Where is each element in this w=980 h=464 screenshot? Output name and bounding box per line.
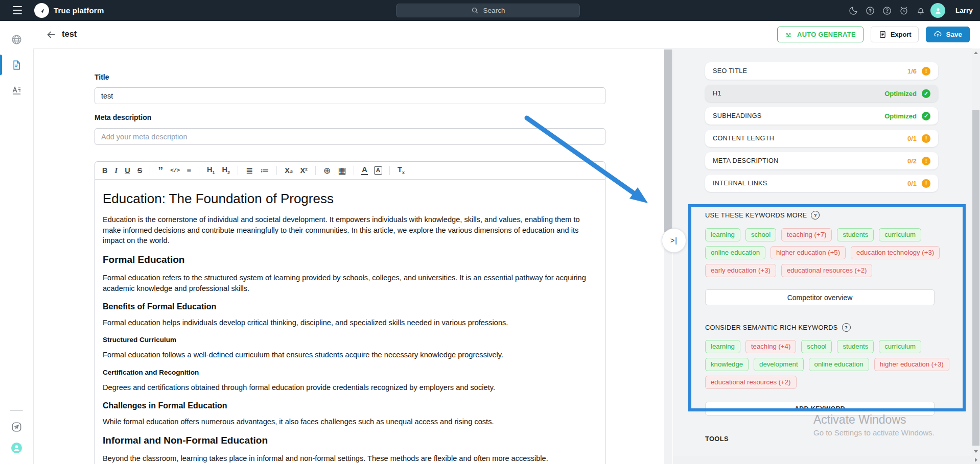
menu-icon[interactable] <box>13 6 22 14</box>
competitor-overview-button[interactable]: Competitor overview <box>705 289 935 305</box>
global-search-input[interactable]: Search <box>396 4 580 17</box>
user-avatar[interactable] <box>930 3 945 18</box>
keyword-chip[interactable]: development <box>754 358 804 371</box>
metric-value: 1/6 <box>907 67 917 75</box>
keyword-chip[interactable]: curriculum <box>879 228 921 241</box>
help-circle-icon[interactable]: ? <box>811 211 820 219</box>
keyword-chip[interactable]: students <box>837 340 874 353</box>
bell-icon[interactable] <box>916 6 926 16</box>
person-icon <box>934 6 943 15</box>
seo-metric-meta-description[interactable]: META DESCRIPTION0/2! <box>705 152 938 169</box>
keyword-chip[interactable]: online education <box>809 358 869 371</box>
globe-icon <box>11 34 22 45</box>
metric-value: 0/1 <box>907 135 917 142</box>
search-placeholder: Search <box>483 7 505 14</box>
meta-description-label: Meta description <box>95 113 151 121</box>
send-icon <box>11 421 22 433</box>
keyword-chip[interactable]: educational resources (+2) <box>781 264 873 277</box>
keywords-more-section-label: USE THESE KEYWORDS MORE ? <box>705 211 820 219</box>
editor-scrollbar-thumb[interactable] <box>664 50 672 232</box>
seo-metric-subheadings[interactable]: SUBHEADINGSOptimized✓ <box>705 107 938 125</box>
ordered-list-icon[interactable]: ≣ <box>245 166 253 175</box>
sidebar-item-profile[interactable] <box>11 442 22 454</box>
auto-generate-button[interactable]: AUTO GENERATE <box>777 27 864 42</box>
export-document-icon <box>878 30 887 39</box>
bold-icon[interactable]: B <box>102 167 108 175</box>
horizontal-rule-icon[interactable]: ≡ <box>186 167 192 175</box>
article-content[interactable]: Education: The Foundation of ProgressEdu… <box>95 180 605 464</box>
image-icon[interactable]: ▦ <box>337 166 346 175</box>
keyword-chip[interactable]: teaching (+7) <box>781 228 832 241</box>
heading1-icon[interactable]: H1 <box>206 166 216 175</box>
window-scrollbar-thumb[interactable] <box>972 110 979 446</box>
blockquote-icon[interactable]: ” <box>157 168 164 173</box>
highlight-icon[interactable]: A <box>374 166 382 175</box>
article-p: Formal education refers to the structure… <box>103 273 597 294</box>
article-p: Formal education follows a well-defined … <box>103 350 597 360</box>
profile-avatar <box>11 442 22 454</box>
logo-arrow-icon <box>37 6 46 15</box>
seo-metric-internal-links[interactable]: INTERNAL LINKS0/1! <box>705 175 938 192</box>
keyword-chip[interactable]: learning <box>705 340 740 353</box>
keyword-chip[interactable]: learning <box>705 228 740 241</box>
superscript-icon[interactable]: X² <box>299 167 308 175</box>
panel-collapse-button[interactable]: >| <box>662 228 686 253</box>
font-color-icon[interactable]: A <box>361 166 367 175</box>
metric-value: Optimized <box>884 90 917 97</box>
window-horizontal-scrollbar[interactable] <box>673 456 980 464</box>
keyword-chip[interactable]: knowledge <box>705 358 749 371</box>
toolbar-separator <box>315 166 316 175</box>
keyword-chip[interactable]: school <box>801 340 832 353</box>
meta-description-input[interactable] <box>95 128 605 145</box>
bullet-list-icon[interactable]: ≔ <box>260 166 269 175</box>
sidebar-item-send[interactable] <box>11 421 22 433</box>
keyword-chip[interactable]: early education (+3) <box>705 264 776 277</box>
page-title: test <box>62 29 77 39</box>
title-field-label: Title <box>95 73 109 81</box>
moon-icon[interactable] <box>848 6 858 16</box>
remove-format-icon[interactable]: Tx <box>397 166 405 175</box>
subscript-icon[interactable]: X₂ <box>284 167 293 175</box>
help-icon[interactable] <box>882 6 892 16</box>
toolbar-separator <box>354 166 354 175</box>
save-button[interactable]: Save <box>926 27 970 42</box>
arrow-up-circle-icon[interactable] <box>865 6 875 16</box>
seo-metric-seo-title[interactable]: SEO TITLE1/6! <box>705 62 938 80</box>
export-button[interactable]: Export <box>871 27 919 42</box>
keyword-chip[interactable]: teaching (+4) <box>745 340 796 353</box>
insert-media-icon[interactable]: ⊕ <box>323 166 331 175</box>
keyword-chip[interactable]: education technology (+3) <box>851 246 940 259</box>
italic-icon[interactable]: I <box>114 167 118 175</box>
keyword-chip[interactable]: school <box>745 228 776 241</box>
keyword-chip[interactable]: higher education (+5) <box>771 246 846 259</box>
topbar-user: Larry <box>929 0 973 21</box>
keyword-chip[interactable]: educational resources (+2) <box>705 376 797 389</box>
title-input[interactable] <box>95 87 605 104</box>
metric-label: INTERNAL LINKS <box>713 180 907 187</box>
heading2-icon[interactable]: H2 <box>222 166 231 175</box>
strikethrough-icon[interactable]: S <box>137 167 143 175</box>
scroll-right-arrow-icon[interactable] <box>975 458 977 462</box>
seo-metric-h1[interactable]: H1Optimized✓ <box>705 85 938 102</box>
sidebar-item-typography[interactable] <box>11 85 22 96</box>
keyword-chip[interactable]: students <box>837 228 874 241</box>
sidebar-item-editor[interactable] <box>11 59 22 71</box>
scroll-down-arrow-icon[interactable] <box>974 450 978 453</box>
alarm-clock-icon[interactable] <box>899 6 909 16</box>
seo-metrics-list: SEO TITLE1/6!H1Optimized✓SUBHEADINGSOpti… <box>705 62 938 197</box>
keyword-chip[interactable]: curriculum <box>879 340 921 353</box>
tools-section-label: TOOLS <box>705 435 729 443</box>
underline-icon[interactable]: U <box>124 167 130 175</box>
help-circle-icon[interactable]: ? <box>842 323 851 332</box>
scroll-up-arrow-icon[interactable] <box>974 52 978 54</box>
toolbar-separator <box>199 166 199 175</box>
keyword-chip[interactable]: online education <box>705 246 765 259</box>
keyword-chip[interactable]: higher education (+3) <box>874 358 949 371</box>
seo-metric-content-length[interactable]: CONTENT LENGTH0/1! <box>705 130 938 147</box>
code-icon[interactable]: </> <box>170 168 180 174</box>
sidebar-item-globe[interactable] <box>11 34 22 45</box>
editor-scrollbar[interactable] <box>664 48 672 464</box>
window-vertical-scrollbar[interactable] <box>972 48 980 456</box>
brand-logo[interactable] <box>34 3 49 18</box>
back-button[interactable] <box>45 29 57 40</box>
